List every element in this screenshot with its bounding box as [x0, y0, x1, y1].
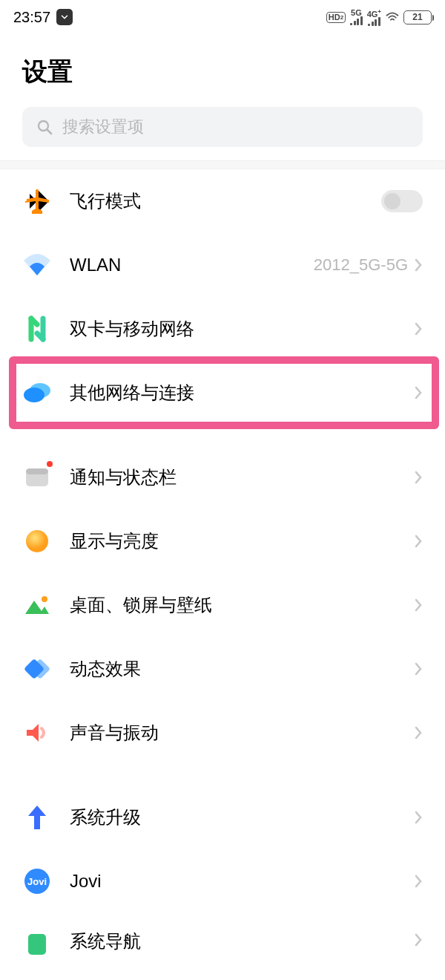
- svg-text:Jovi: Jovi: [27, 876, 47, 887]
- airplane-icon: [22, 186, 52, 216]
- svg-point-7: [42, 596, 47, 602]
- chevron-right-icon: [414, 810, 423, 825]
- navigation-icon: [22, 930, 52, 959]
- signal-1-icon: 5G: [350, 10, 363, 25]
- chevron-right-icon: [414, 662, 423, 676]
- svg-point-6: [26, 530, 48, 552]
- wifi-settings-icon: [22, 250, 52, 280]
- status-time: 23:57: [13, 9, 50, 26]
- row-jovi[interactable]: Jovi Jovi: [0, 849, 445, 913]
- svg-point-3: [24, 388, 44, 402]
- wifi-icon: [386, 12, 399, 22]
- svg-line-1: [47, 130, 51, 134]
- status-left: 23:57: [13, 9, 73, 26]
- row-motion-effects[interactable]: 动态效果: [0, 637, 445, 701]
- chevron-right-icon: [414, 258, 423, 272]
- wlan-value: 2012_5G-5G: [314, 255, 408, 275]
- notification-icon: [22, 463, 52, 492]
- row-label: WLAN: [70, 255, 314, 275]
- status-bar: 23:57 HD2 5G 4G+ 21: [0, 0, 445, 34]
- section-spacer: [0, 765, 445, 785]
- row-label: 桌面、锁屏与壁纸: [70, 593, 414, 617]
- sound-icon: [22, 718, 52, 748]
- motion-icon: [22, 654, 52, 684]
- row-label: 动态效果: [70, 657, 414, 681]
- airplane-toggle[interactable]: [381, 190, 423, 212]
- signal-2-icon: 4G+: [367, 8, 381, 27]
- chevron-right-icon: [414, 470, 423, 485]
- chevron-right-icon: [414, 534, 423, 549]
- row-system-navigation[interactable]: 系统导航: [0, 913, 445, 959]
- brightness-icon: [22, 526, 52, 556]
- row-dual-sim[interactable]: 双卡与移动网络: [0, 297, 445, 361]
- svg-rect-12: [28, 934, 46, 955]
- notification-tray-icon: [56, 9, 73, 25]
- search-input[interactable]: [62, 117, 409, 137]
- chevron-right-icon: [414, 932, 423, 947]
- wallpaper-icon: [22, 590, 52, 620]
- row-label: 通知与状态栏: [70, 466, 414, 489]
- row-other-connections[interactable]: 其他网络与连接: [0, 361, 445, 425]
- row-label: 系统导航: [70, 930, 414, 953]
- page-header: 设置: [0, 34, 445, 98]
- page-title: 设置: [22, 55, 423, 89]
- chevron-right-icon: [414, 725, 423, 740]
- row-system-update[interactable]: 系统升级: [0, 785, 445, 849]
- section-divider: [0, 160, 445, 169]
- row-label: Jovi: [70, 871, 414, 892]
- search-box[interactable]: [22, 107, 423, 147]
- row-notifications-statusbar[interactable]: 通知与状态栏: [0, 445, 445, 509]
- sim-icon: [22, 314, 52, 344]
- row-label: 系统升级: [70, 806, 414, 829]
- row-label: 飞行模式: [70, 189, 381, 213]
- section-spacer: [0, 425, 445, 445]
- chevron-right-icon: [414, 598, 423, 612]
- row-label: 显示与亮度: [70, 529, 414, 553]
- row-label: 其他网络与连接: [70, 381, 414, 405]
- connections-icon: [22, 378, 52, 408]
- row-label: 双卡与移动网络: [70, 317, 414, 341]
- search-icon: [36, 118, 53, 136]
- chevron-right-icon: [414, 321, 423, 336]
- svg-point-0: [39, 121, 48, 131]
- row-sound-vibration[interactable]: 声音与振动: [0, 701, 445, 765]
- row-wlan[interactable]: WLAN 2012_5G-5G: [0, 233, 445, 297]
- row-desktop-lock-wallpaper[interactable]: 桌面、锁屏与壁纸: [0, 573, 445, 637]
- status-right: HD2 5G 4G+ 21: [326, 8, 432, 27]
- row-airplane-mode[interactable]: 飞行模式: [0, 169, 445, 233]
- system-update-icon: [22, 803, 52, 832]
- battery-icon: 21: [403, 10, 432, 24]
- row-display-brightness[interactable]: 显示与亮度: [0, 509, 445, 573]
- svg-rect-5: [26, 468, 48, 474]
- chevron-right-icon: [414, 385, 423, 400]
- chevron-right-icon: [414, 874, 423, 889]
- jovi-icon: Jovi: [22, 866, 52, 896]
- row-label: 声音与振动: [70, 721, 414, 745]
- hd-icon: HD2: [326, 12, 346, 23]
